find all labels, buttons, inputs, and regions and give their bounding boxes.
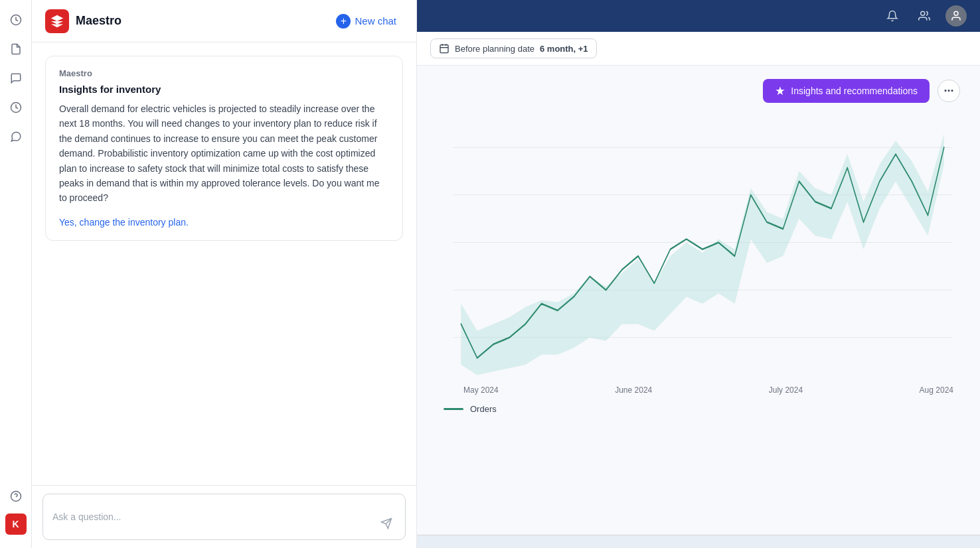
more-options-button[interactable]: ··· xyxy=(938,80,960,102)
chart-svg-wrapper xyxy=(437,113,960,399)
chat-input-wrapper xyxy=(42,494,406,540)
chart-filter-bar: Before planning date 6 month, +1 xyxy=(417,32,980,66)
demand-chart xyxy=(437,113,960,399)
svg-rect-8 xyxy=(440,45,448,53)
comment-icon[interactable] xyxy=(4,125,28,149)
chart-bottom-bar xyxy=(417,535,980,548)
chart-toolbar: Insights and recommendations ··· xyxy=(437,79,960,103)
message-card: Maestro Insights for inventory Overall d… xyxy=(45,56,403,241)
insights-button[interactable]: Insights and recommendations xyxy=(763,79,930,103)
help-icon[interactable] xyxy=(4,484,28,508)
filter-label: Before planning date xyxy=(455,44,534,54)
sidebar-nav: K xyxy=(0,0,32,548)
chart-panel: Before planning date 6 month, +1 Insight… xyxy=(417,0,980,548)
chat-title: Maestro xyxy=(76,14,122,28)
maestro-logo xyxy=(45,9,69,33)
clock-icon[interactable] xyxy=(4,8,28,32)
chat-messages: Maestro Insights for inventory Overall d… xyxy=(32,42,416,485)
chat-panel: Maestro + New chat Maestro Insights for … xyxy=(32,0,417,548)
svg-point-7 xyxy=(954,11,958,15)
chart-top-bar xyxy=(417,0,980,32)
legend-line-icon xyxy=(444,408,463,410)
notification-icon[interactable] xyxy=(882,5,903,27)
document-icon[interactable] xyxy=(4,37,28,61)
message-title: Insights for inventory xyxy=(59,84,389,95)
chat-bubble-icon[interactable] xyxy=(4,66,28,90)
new-chat-label: New chat xyxy=(355,15,396,27)
avatar[interactable] xyxy=(945,5,967,27)
new-chat-button[interactable]: + New chat xyxy=(329,10,403,33)
chat-header: Maestro + New chat xyxy=(32,0,416,42)
chat-header-left: Maestro xyxy=(45,9,122,33)
history-icon[interactable] xyxy=(4,96,28,119)
chat-input[interactable] xyxy=(52,512,372,533)
change-inventory-link[interactable]: Yes, change the inventory plan. xyxy=(59,217,189,228)
legend-label: Orders xyxy=(470,404,497,414)
more-dots: ··· xyxy=(943,84,953,98)
message-body: Overall demand for electric vehicles is … xyxy=(59,102,389,206)
users-icon[interactable] xyxy=(914,5,935,27)
chat-input-area xyxy=(32,485,416,548)
new-chat-plus-icon: + xyxy=(336,14,351,29)
date-filter-button[interactable]: Before planning date 6 month, +1 xyxy=(430,38,597,58)
chart-content: Insights and recommendations ··· xyxy=(417,66,980,535)
message-sender: Maestro xyxy=(59,68,389,78)
send-button[interactable] xyxy=(377,514,396,533)
chart-legend: Orders xyxy=(437,404,960,414)
insights-btn-label: Insights and recommendations xyxy=(791,86,918,96)
filter-value: 6 month, +1 xyxy=(540,44,588,54)
svg-point-6 xyxy=(921,11,925,15)
brand-k-icon[interactable]: K xyxy=(5,514,27,535)
